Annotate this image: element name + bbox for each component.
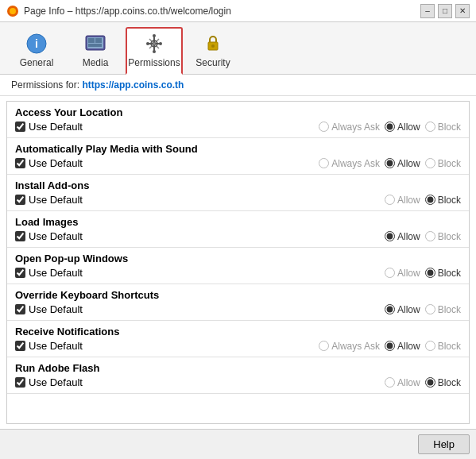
site-url[interactable]: https://app.coins.co.th — [82, 79, 184, 91]
svg-point-19 — [211, 44, 215, 48]
tab-security[interactable]: Security — [184, 28, 242, 74]
svg-rect-8 — [88, 44, 102, 47]
perm-controls-5: Use DefaultAllowBlock — [15, 303, 461, 315]
perm-use-default-label-5: Use Default — [29, 303, 83, 315]
perm-checkbox-area-5: Use Default — [15, 303, 142, 315]
perm-radio-1-2[interactable]: Block — [425, 158, 461, 169]
perm-row-1: Automatically Play Media with SoundUse D… — [7, 138, 469, 175]
perm-radio-7-0[interactable]: Allow — [385, 377, 420, 388]
perm-use-default-label-3: Use Default — [29, 230, 83, 242]
svg-point-15 — [153, 50, 156, 53]
perm-checkbox-area-1: Use Default — [15, 157, 142, 169]
tab-general[interactable]: i General — [8, 28, 65, 74]
perm-radio-3-1[interactable]: Block — [425, 231, 461, 242]
tab-security-label: Security — [195, 57, 230, 68]
perm-use-default-checkbox-7[interactable] — [15, 377, 25, 388]
perm-radio-6-0[interactable]: Always Ask — [319, 341, 380, 352]
perm-title-2: Install Add-ons — [15, 179, 461, 191]
perm-radio-6-2[interactable]: Block — [425, 341, 461, 352]
permissions-icon — [142, 32, 166, 56]
perm-row-5: Override Keyboard ShortcutsUse DefaultAl… — [7, 284, 469, 321]
permissions-scroll[interactable]: Access Your LocationUse DefaultAlways As… — [7, 102, 469, 423]
maximize-button[interactable]: □ — [438, 4, 452, 18]
perm-radio-7-1[interactable]: Block — [425, 377, 461, 388]
perm-radio-1-0[interactable]: Always Ask — [319, 158, 380, 169]
window-title: Page Info – https://app.coins.co.th/welc… — [24, 6, 231, 17]
tab-media[interactable]: Media — [67, 28, 124, 74]
perm-row-6: Receive NotificationsUse DefaultAlways A… — [7, 321, 469, 357]
perm-use-default-checkbox-5[interactable] — [15, 304, 25, 314]
perm-row-7: Run Adobe FlashUse DefaultAllowBlock — [7, 357, 469, 394]
perm-controls-1: Use DefaultAlways AskAllowBlock — [15, 157, 461, 169]
footer: Help — [0, 429, 476, 459]
tab-permissions[interactable]: Permissions — [126, 27, 183, 75]
perm-radio-2-1[interactable]: Block — [425, 195, 461, 206]
svg-point-14 — [153, 34, 156, 37]
perm-radios-7: AllowBlock — [385, 377, 461, 388]
app-icon — [6, 5, 19, 17]
perm-radios-1: Always AskAllowBlock — [319, 158, 461, 169]
perm-radio-0-2[interactable]: Block — [425, 122, 461, 133]
perm-row-0: Access Your LocationUse DefaultAlways As… — [7, 102, 469, 138]
info-bar: Permissions for: https://app.coins.co.th — [0, 75, 476, 96]
perm-controls-0: Use DefaultAlways AskAllowBlock — [15, 121, 461, 133]
perm-radio-0-1[interactable]: Allow — [385, 122, 420, 133]
perm-controls-7: Use DefaultAllowBlock — [15, 376, 461, 388]
perm-radio-2-0[interactable]: Allow — [385, 195, 420, 206]
svg-point-16 — [146, 42, 149, 45]
perm-use-default-label-2: Use Default — [29, 194, 83, 206]
title-bar: Page Info – https://app.coins.co.th/welc… — [0, 0, 476, 22]
perm-title-5: Override Keyboard Shortcuts — [15, 289, 461, 301]
tab-permissions-label: Permissions — [128, 57, 180, 68]
tab-general-label: General — [20, 57, 54, 68]
perm-radio-4-1[interactable]: Block — [425, 268, 461, 279]
perm-radio-0-0[interactable]: Always Ask — [319, 122, 380, 133]
perm-radios-4: AllowBlock — [385, 268, 461, 279]
media-icon — [83, 32, 107, 56]
perm-use-default-checkbox-0[interactable] — [15, 122, 25, 132]
perm-title-4: Open Pop-up Windows — [15, 253, 461, 264]
perm-row-2: Install Add-onsUse DefaultAllowBlock — [7, 175, 469, 211]
perm-row-4: Open Pop-up WindowsUse DefaultAllowBlock — [7, 248, 469, 284]
perm-title-0: Access Your Location — [15, 106, 461, 118]
perm-checkbox-area-4: Use Default — [15, 267, 142, 279]
perm-use-default-checkbox-3[interactable] — [15, 231, 25, 241]
perm-use-default-checkbox-2[interactable] — [15, 195, 25, 205]
main-content: Access Your LocationUse DefaultAlways As… — [0, 96, 476, 429]
perm-controls-2: Use DefaultAllowBlock — [15, 194, 461, 206]
perm-title-3: Load Images — [15, 216, 461, 228]
perm-radios-6: Always AskAllowBlock — [319, 341, 461, 352]
perm-use-default-label-0: Use Default — [29, 121, 83, 133]
svg-rect-6 — [88, 38, 95, 43]
security-icon — [201, 32, 225, 56]
permissions-for-label: Permissions for: — [11, 79, 79, 91]
perm-use-default-checkbox-6[interactable] — [15, 341, 25, 351]
svg-rect-7 — [95, 38, 102, 43]
perm-use-default-checkbox-4[interactable] — [15, 268, 25, 278]
svg-point-17 — [159, 42, 162, 45]
perm-radio-5-1[interactable]: Block — [425, 304, 461, 315]
perm-use-default-label-7: Use Default — [29, 376, 83, 388]
perm-row-3: Load ImagesUse DefaultAllowBlock — [7, 211, 469, 248]
perm-radio-4-0[interactable]: Allow — [385, 268, 420, 279]
perm-title-1: Automatically Play Media with Sound — [15, 143, 461, 155]
perm-use-default-label-4: Use Default — [29, 267, 83, 279]
perm-use-default-label-1: Use Default — [29, 157, 83, 169]
perm-radio-3-0[interactable]: Allow — [385, 231, 420, 242]
perm-controls-4: Use DefaultAllowBlock — [15, 267, 461, 279]
perm-radio-1-1[interactable]: Allow — [385, 158, 420, 169]
perm-title-7: Run Adobe Flash — [15, 362, 461, 374]
permissions-area: Access Your LocationUse DefaultAlways As… — [6, 101, 470, 424]
perm-radios-2: AllowBlock — [385, 195, 461, 206]
close-button[interactable]: ✕ — [455, 4, 470, 18]
perm-controls-6: Use DefaultAlways AskAllowBlock — [15, 340, 461, 352]
perm-radio-6-1[interactable]: Allow — [385, 341, 420, 352]
perm-radios-5: AllowBlock — [385, 304, 461, 315]
perm-radio-5-0[interactable]: Allow — [385, 304, 420, 315]
svg-text:i: i — [35, 37, 38, 50]
help-button[interactable]: Help — [418, 434, 470, 454]
perm-use-default-checkbox-1[interactable] — [15, 158, 25, 168]
perm-checkbox-area-3: Use Default — [15, 230, 142, 242]
perm-checkbox-area-6: Use Default — [15, 340, 142, 352]
minimize-button[interactable]: – — [420, 4, 435, 18]
